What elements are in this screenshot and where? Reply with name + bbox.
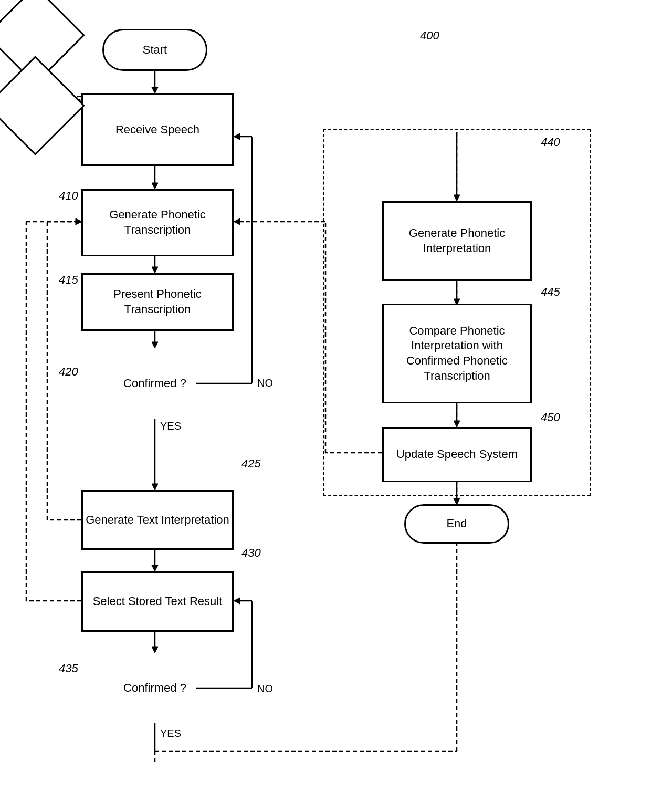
- svg-marker-11: [234, 133, 240, 140]
- start-node: Start: [102, 29, 207, 71]
- generate-phonetic-transcription-node: Generate Phonetic Transcription: [81, 189, 234, 256]
- ref-430: 430: [242, 546, 261, 560]
- receive-speech-node: Receive Speech: [81, 93, 234, 166]
- ref-420: 420: [59, 365, 78, 379]
- svg-marker-21: [234, 598, 240, 604]
- svg-marker-5: [152, 267, 158, 273]
- compare-phonetic-node: Compare Phonetic Interpretation with Con…: [382, 304, 532, 403]
- yes2-label: YES: [160, 727, 181, 740]
- ref-435: 435: [59, 662, 78, 675]
- svg-marker-7: [152, 342, 158, 348]
- ref-400: 400: [420, 29, 439, 43]
- no2-label: NO: [257, 683, 273, 695]
- ref-415: 415: [59, 273, 78, 287]
- svg-marker-3: [152, 183, 158, 189]
- ref-440: 440: [541, 136, 560, 149]
- ref-450: 450: [541, 411, 560, 424]
- no1-label: NO: [257, 377, 273, 389]
- ref-410: 410: [59, 189, 78, 203]
- ref-425: 425: [242, 457, 261, 471]
- confirmed2-diamond: [0, 56, 85, 155]
- flowchart-diagram: 400 Start 405 Receive Speech 410 Generat…: [0, 0, 651, 812]
- svg-marker-1: [152, 87, 158, 93]
- confirmed1-text: Confirmed ?: [90, 348, 219, 419]
- generate-phonetic-interpretation-node: Generate Phonetic Interpretation: [382, 201, 532, 281]
- svg-marker-17: [152, 647, 158, 653]
- generate-text-interpretation-node: Generate Text Interpretation: [81, 490, 234, 550]
- present-phonetic-transcription-node: Present Phonetic Transcription: [81, 273, 234, 331]
- ref-445: 445: [541, 285, 560, 299]
- end-node: End: [404, 504, 509, 544]
- yes1-label: YES: [160, 420, 181, 432]
- select-stored-text-result-node: Select Stored Text Result: [81, 571, 234, 632]
- svg-marker-42: [234, 218, 240, 225]
- svg-marker-13: [152, 484, 158, 490]
- svg-marker-15: [152, 565, 158, 571]
- update-speech-system-node: Update Speech System: [382, 427, 532, 482]
- confirmed2-text: Confirmed ?: [90, 653, 219, 723]
